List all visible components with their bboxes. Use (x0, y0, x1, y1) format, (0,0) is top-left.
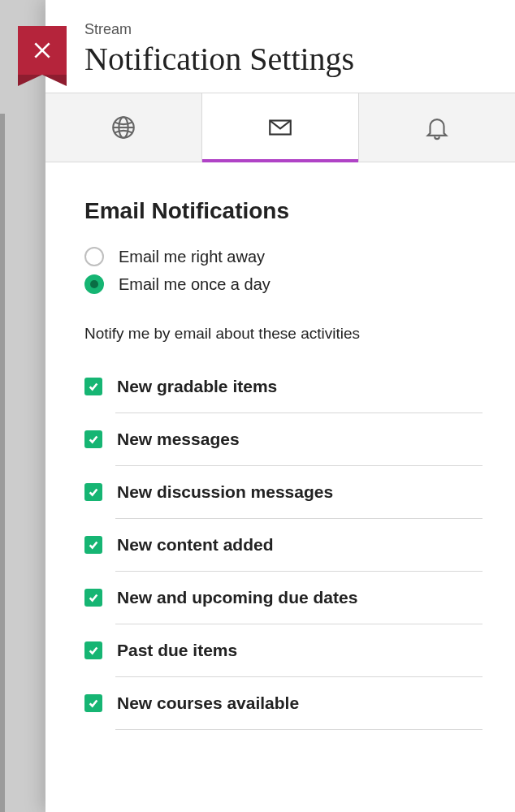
radio-label: Email me right away (119, 248, 265, 266)
globe-icon (110, 114, 137, 141)
radio-icon (84, 247, 104, 266)
tab-bar (45, 93, 515, 162)
activity-label: New discussion messages (117, 482, 333, 502)
bell-icon (423, 114, 451, 141)
activity-new-discussion-messages[interactable]: New discussion messages (84, 466, 483, 518)
divider (115, 729, 483, 730)
checkbox-icon (84, 378, 102, 395)
tab-email[interactable] (202, 93, 359, 162)
mail-icon (266, 114, 294, 141)
activity-label: Past due items (117, 641, 237, 660)
close-icon (32, 40, 53, 61)
checkbox-icon (84, 589, 102, 607)
checkbox-icon (84, 641, 102, 659)
activity-new-gradable-items[interactable]: New gradable items (84, 361, 483, 412)
tab-global[interactable] (45, 93, 202, 162)
tab-push[interactable] (359, 93, 515, 162)
activity-new-upcoming-due-dates[interactable]: New and upcoming due dates (84, 572, 483, 624)
background-left-inner (0, 114, 5, 812)
panel-header: Stream Notification Settings (45, 0, 515, 93)
page-title: Notification Settings (84, 40, 483, 78)
radio-icon (84, 274, 104, 294)
checkbox-icon (84, 483, 102, 501)
frequency-option-immediate[interactable]: Email me right away (84, 247, 483, 266)
section-heading: Email Notifications (84, 198, 483, 224)
radio-label: Email me once a day (119, 275, 270, 294)
activity-new-content-added[interactable]: New content added (84, 519, 483, 571)
settings-panel: Stream Notification Settings (45, 0, 515, 812)
frequency-option-daily[interactable]: Email me once a day (84, 274, 483, 294)
activity-label: New and upcoming due dates (117, 588, 357, 607)
activity-new-courses-available[interactable]: New courses available (84, 677, 483, 729)
activity-label: New gradable items (117, 377, 277, 396)
frequency-group: Email me right away Email me once a day (84, 247, 483, 294)
breadcrumb: Stream (84, 21, 483, 38)
activity-label: New content added (117, 535, 274, 555)
checkbox-icon (84, 430, 102, 448)
activities-list: New gradable items New messages New disc… (84, 361, 483, 730)
panel-content: Email Notifications Email me right away … (45, 162, 515, 730)
close-button[interactable] (18, 26, 67, 75)
background-left-strip (0, 0, 45, 812)
activities-heading: Notify me by email about these activitie… (84, 325, 483, 343)
activity-label: New courses available (117, 693, 299, 713)
activity-label: New messages (117, 430, 240, 449)
checkbox-icon (84, 536, 102, 554)
checkbox-icon (84, 694, 102, 712)
activity-new-messages[interactable]: New messages (84, 413, 483, 465)
activity-past-due-items[interactable]: Past due items (84, 624, 483, 676)
